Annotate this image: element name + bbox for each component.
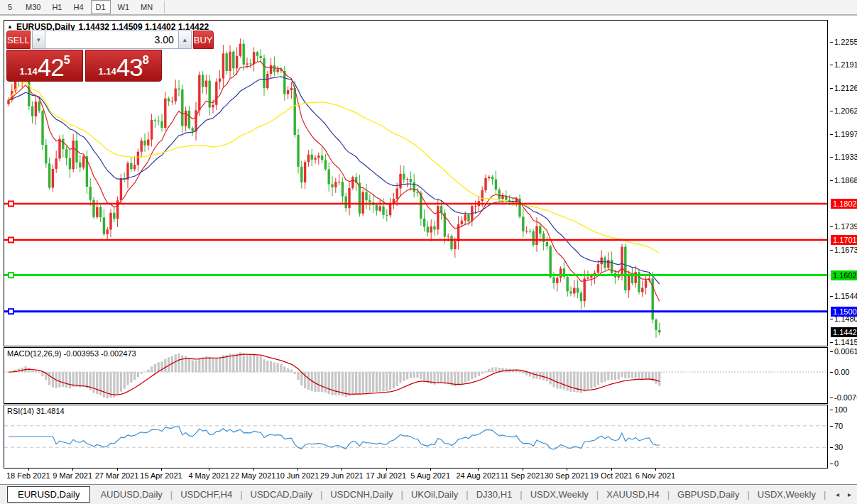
macd-axis-tick: -0.007621 — [834, 393, 857, 402]
date-tick-mark — [117, 469, 118, 471]
price-axis-tick: 1.22555 — [834, 38, 857, 46]
date-label: 15 Apr 2021 — [135, 471, 187, 480]
price-axis-tick: 1.18685 — [834, 176, 857, 185]
price-axis-tick: 1.19330 — [834, 153, 857, 161]
macd-label: MACD(12,26,9) -0.003953 -0.002473 — [7, 349, 136, 358]
date-tick-mark — [209, 469, 209, 471]
sell-price-display[interactable]: 1.14425 — [6, 50, 83, 82]
rsi-axis-tick: 70 — [834, 422, 843, 430]
rsi-label: RSI(14) 31.4814 — [7, 407, 65, 415]
chart-tab-usdx-7[interactable]: USDX,Weekly — [525, 487, 594, 502]
hline-price-label: 1.15009 — [831, 307, 857, 317]
rsi-pane: RSI(14) 31.4814 — [4, 405, 828, 469]
price-axis-tick: 1.14155 — [834, 338, 857, 346]
price-pane: ▲ EURUSD,Daily 1.14432 1.14509 1.14402 1… — [4, 20, 828, 346]
date-tick-mark — [430, 469, 431, 471]
chart-window: ▲ EURUSD,Daily 1.14432 1.14509 1.14402 1… — [4, 20, 854, 483]
volume-increase-button[interactable]: ▲ — [178, 31, 192, 49]
current-price-label: 1.14422 — [831, 327, 857, 337]
date-tick-mark — [611, 469, 612, 471]
price-axis-tick: 1.15445 — [834, 292, 857, 300]
price-axis[interactable]: 1.225551.219101.212651.206201.199751.193… — [829, 20, 857, 483]
price-axis-tick: 1.21910 — [834, 60, 857, 69]
chart-tab-usdcad-3[interactable]: USDCAD,Daily — [245, 487, 318, 502]
timeframe-button-m30[interactable]: M30 — [21, 0, 45, 14]
tab-separator: | — [320, 489, 322, 500]
timeframe-toolbar: 5M30H1H4D1W1MN — [0, 0, 857, 16]
hline-price-label: 1.18024 — [831, 199, 857, 209]
tab-separator: | — [466, 489, 468, 500]
plot-column: ▲ EURUSD,Daily 1.14432 1.14509 1.14402 1… — [4, 20, 828, 469]
one-click-toggle-icon[interactable]: ▲ — [7, 23, 13, 31]
hline-price-label: 1.16025 — [831, 270, 857, 280]
chart-tab-bar: EURUSD,DailyAUDUSD,Daily|USDCHF,H4|USDCA… — [0, 484, 857, 504]
date-label: 5 Aug 2021 — [404, 471, 457, 480]
timeframe-button-5[interactable]: 5 — [1, 0, 18, 14]
timeframe-button-mn[interactable]: MN — [136, 0, 157, 14]
date-axis[interactable]: 18 Feb 20219 Mar 202127 Mar 202115 Apr 2… — [4, 469, 828, 483]
chart-tab-audusd-1[interactable]: AUDUSD,Daily — [94, 487, 168, 502]
date-tick-mark — [567, 469, 567, 471]
macd-axis-tick: 0.00 — [834, 368, 849, 376]
rsi-canvas[interactable] — [4, 405, 827, 468]
timeframe-button-w1[interactable]: W1 — [114, 0, 134, 14]
macd-pane: MACD(12,26,9) -0.003953 -0.002473 — [4, 347, 828, 404]
date-tick-mark — [655, 469, 656, 471]
chart-tab-dj30-6[interactable]: DJ30,H1 — [471, 487, 518, 502]
tab-separator: | — [667, 489, 670, 500]
buy-price-display[interactable]: 1.14438 — [85, 50, 162, 82]
one-click-trade-panel: SELL ▼ ▲ BUY 1.14425 1.14438 — [6, 31, 162, 82]
rsi-axis-tick: 0 — [834, 459, 839, 468]
macd-axis-tick: 0.006193 — [834, 347, 857, 356]
tab-separator: | — [400, 489, 403, 500]
tab-separator: | — [747, 489, 749, 500]
date-tick-mark — [523, 469, 523, 471]
chart-tab-gbpusd-9[interactable]: GBPUSD,Daily — [672, 487, 745, 502]
tab-separator: | — [170, 489, 173, 500]
timeframe-button-h4[interactable]: H4 — [69, 0, 87, 14]
toolbar-separator — [164, 1, 165, 13]
timeframe-button-h1[interactable]: H1 — [48, 0, 66, 14]
date-tick-mark — [386, 469, 387, 471]
chart-tab-usdcnh-4[interactable]: USDCNH,Daily — [324, 487, 398, 502]
timeframe-button-d1[interactable]: D1 — [91, 0, 111, 14]
price-axis-tick: 1.17395 — [834, 222, 857, 231]
volume-input[interactable] — [45, 31, 178, 49]
price-axis-tick: 1.21265 — [834, 84, 857, 92]
date-tick-mark — [478, 469, 479, 471]
tabs-scroll-left-icon[interactable]: ◂ — [836, 491, 839, 498]
price-axis-tick: 1.19975 — [834, 130, 857, 138]
chart-tab-eurusd-0[interactable]: EURUSD,Daily — [7, 486, 90, 503]
chart-tab-ukoil-5[interactable]: UKOil,Daily — [405, 487, 464, 502]
hline-price-label: 1.17010 — [831, 235, 857, 245]
date-tick-mark — [161, 469, 162, 471]
date-label: 6 Nov 2021 — [629, 471, 682, 480]
tabs-scroll-right-icon[interactable]: ▸ — [848, 491, 851, 498]
price-axis-tick: 1.16735 — [834, 246, 857, 254]
date-tick-mark — [28, 469, 29, 471]
rsi-axis-tick: 100 — [834, 405, 847, 414]
chart-tab-xauusd-8[interactable]: XAUUSD,H4 — [601, 487, 665, 502]
tab-separator: | — [824, 489, 826, 500]
volume-decrease-button[interactable]: ▼ — [32, 31, 45, 49]
date-tick-mark — [298, 469, 298, 471]
date-tick-mark — [253, 469, 254, 471]
buy-button[interactable]: BUY — [193, 31, 214, 49]
tab-separator: | — [520, 489, 522, 500]
rsi-axis-tick: 30 — [834, 443, 843, 451]
chart-tab-usdx-10[interactable]: USDX,Weekly — [752, 487, 821, 502]
date-tick-mark — [72, 469, 73, 471]
tab-separator: | — [596, 489, 599, 500]
chart-tab-usdchf-2[interactable]: USDCHF,H4 — [175, 487, 238, 502]
price-axis-tick: 1.20620 — [834, 106, 857, 115]
date-tick-mark — [342, 469, 342, 471]
sell-button[interactable]: SELL — [6, 31, 31, 49]
tab-separator: | — [240, 489, 242, 500]
